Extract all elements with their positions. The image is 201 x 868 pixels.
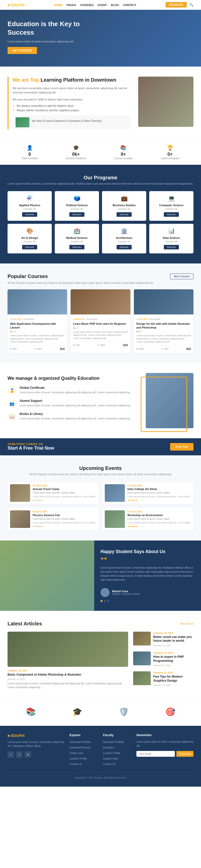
program-physics-btn[interactable]: Discover <box>22 212 37 217</box>
footer-fac-link-2[interactable]: Education <box>103 746 114 749</box>
stat-courses-label: Course Included <box>114 157 133 160</box>
program-political-btn[interactable]: Discover <box>69 212 84 217</box>
footer-newsletter-heading: Newsletter <box>137 733 194 737</box>
footer-link-location[interactable]: Location Profile <box>69 757 87 760</box>
program-art-btn[interactable]: Discover <box>22 245 37 249</box>
course-php-author: By Ali <box>73 327 127 329</box>
events-grid: 01 April, 2021 Annual Travel Camp Lorem … <box>7 482 194 530</box>
program-physics-title: Applied Physics <box>10 204 49 207</box>
nav-menu: HOME PAGES COURSES EVENT BLOG CONTACT <box>54 3 137 7</box>
dot-active[interactable] <box>100 600 103 602</box>
register-button[interactable]: REGISTER <box>166 2 187 7</box>
nav-courses[interactable]: COURSES <box>80 3 93 6</box>
course-php-desc: Lorem ipsum dolor sit amet, consectetur … <box>73 331 127 340</box>
nav-home[interactable]: HOME <box>54 3 63 6</box>
stat-courses-icon: 📚 <box>114 145 133 151</box>
footer-newsletter-desc: Lorem ipsum dolor sit amet, consectetur … <box>137 740 194 748</box>
about-right <box>138 76 194 127</box>
quality-cert-title: Global Certificate <box>20 386 131 390</box>
nav-pages[interactable]: PAGES <box>66 3 76 6</box>
quality-image-border <box>141 377 187 432</box>
event-workshop-info: Lorem ipsum dolor sit amet, consec adipi… <box>127 518 191 520</box>
newsletter-subscribe-button[interactable]: Subscribe <box>176 751 194 757</box>
footer-link-useful[interactable]: Useful Links <box>69 752 83 754</box>
footer-faculty-col: Faculty Download Portfolio Education Loc… <box>103 733 132 768</box>
program-physics-sub: Courses: 50 <box>10 208 49 210</box>
nav-blog[interactable]: BLOG <box>111 3 119 6</box>
stat-students: 🎓 0k+ Enrolled Students <box>66 145 86 160</box>
twitter-icon[interactable]: t <box>16 751 23 758</box>
dot-inactive-2[interactable] <box>107 600 109 602</box>
certified-icon: 🛡️ <box>119 707 129 717</box>
quality-text-alumni: Alumni Support Lorem ipsum dolor sit ame… <box>20 399 131 407</box>
instagram-icon[interactable]: in <box>25 751 31 758</box>
event-workshop-date: 01 April, 2021 <box>127 510 191 513</box>
program-data-btn[interactable]: Discover <box>164 245 179 249</box>
program-art-sub: Courses: 50 <box>10 240 49 243</box>
stat-students-num: 0k+ <box>66 152 86 157</box>
stat-immigrants-label: Listed Immigrant <box>161 157 179 160</box>
stat-immigrants-num: 0+ <box>161 152 179 157</box>
nav-event[interactable]: EVENT <box>98 3 107 6</box>
newsletter-form: Subscribe <box>137 751 194 757</box>
article-leader-date: January 12, 2020 <box>153 644 194 647</box>
more-courses-button[interactable]: More Courses <box>170 274 194 279</box>
course-design-image <box>134 289 194 314</box>
course-php-image <box>70 289 130 314</box>
program-computer-btn[interactable]: Discover <box>164 212 179 217</box>
courses-grid: ★★★★★ 710 Review Web Application Develop… <box>7 289 194 352</box>
event-art-title: Inter-College Art Show <box>127 488 191 491</box>
program-medical-btn[interactable]: Discover <box>69 245 84 249</box>
footer-link-contact[interactable]: Contact Us <box>69 763 82 766</box>
quality-left: We manage & organized Quality Education … <box>7 376 138 425</box>
program-business-btn[interactable]: Discover <box>117 212 132 217</box>
course-card-laravel: ★★★★★ 710 Review Web Application Develop… <box>7 289 67 352</box>
program-art-icon: 🎨 <box>10 228 49 234</box>
course-design-body: ★★★★★ 710 Review Design for the web with… <box>134 314 194 352</box>
graduation-icon: 🎓 <box>73 707 82 717</box>
search-icon[interactable]: 🔍 <box>189 3 194 7</box>
quality-item-certificate: 🏅 Global Certificate Lorem ipsum dolor s… <box>7 386 131 395</box>
footer-fac-link-4[interactable]: Support Help <box>103 757 118 760</box>
article-small-leader: Category, 12, 2020 Better result can mak… <box>133 632 194 648</box>
event-workshop-stars: ★★★★★ <box>127 525 191 528</box>
facebook-icon[interactable]: f <box>7 751 14 758</box>
dot-inactive-1[interactable] <box>104 600 106 602</box>
footer-social: f t in <box>7 751 64 758</box>
course-laravel-title: Web Application Development with Laravel <box>10 322 64 329</box>
hero-section: Education is the Key to Success Lorem ip… <box>0 10 201 67</box>
footer-fac-link-5[interactable]: Contact Us <box>103 763 115 766</box>
footer-fac-link-3[interactable]: Location Profile <box>103 752 120 754</box>
event-travel-title: Annual Travel Camp <box>33 488 96 491</box>
hero-cta-button[interactable]: GET STARTED <box>7 47 37 54</box>
program-political-title: Political Science <box>58 204 96 207</box>
library-icon: 📖 <box>7 412 17 421</box>
newsletter-email-input[interactable] <box>137 751 175 757</box>
about-experience-caption: We Have 10 years Experience in Education… <box>32 119 101 123</box>
quality-cert-desc: Lorem ipsum dolor sit amet, consectetur … <box>20 391 131 394</box>
testimonials-title: Happy Student Says About Us <box>100 549 195 554</box>
article-php-tag: Category, 12, 2020 <box>153 651 194 654</box>
footer-fac-link-1[interactable]: Download Portfolio <box>103 741 124 743</box>
article-graphics-title: Few Tips for Modern Graphics Design <box>153 675 194 683</box>
trial-button[interactable]: Free Trial <box>170 443 194 451</box>
about-founded: We were founded in 2000 to deliver high-… <box>12 97 131 102</box>
program-medical-title: Medical Science <box>58 236 96 239</box>
program-physics-icon: ⚗️ <box>10 195 49 202</box>
program-architecture-btn[interactable]: Discover <box>117 245 132 249</box>
about-heading-end: in Downtown <box>85 77 116 83</box>
footer: ■ EDUPIX Lorem ipsum dolor sit amet, con… <box>0 726 201 786</box>
about-image-overlay <box>138 76 194 127</box>
trial-title: Start A Free Trial Now <box>7 445 54 451</box>
program-computer-title: Computer Science <box>152 204 191 207</box>
about-list: We always committed to add the highest v… <box>12 104 131 112</box>
nav-contact[interactable]: CONTACT <box>123 3 136 6</box>
author-avatar <box>100 588 110 597</box>
more-articles-link[interactable]: More Article <box>180 622 194 625</box>
event-art-desc: Lorem ipsum dolor sit amet, consectetur … <box>127 495 191 498</box>
footer-link-portfolio[interactable]: Download Portfolio <box>69 741 91 743</box>
article-big-photoshop: Category, 12, 2020 Basic Component of Ad… <box>7 632 128 689</box>
footer-link-resume[interactable]: Download Resume <box>69 746 91 749</box>
about-heading-bold: Learning Platform <box>41 77 84 83</box>
course-design-stars: ★★★★★ 710 Review <box>137 317 191 321</box>
